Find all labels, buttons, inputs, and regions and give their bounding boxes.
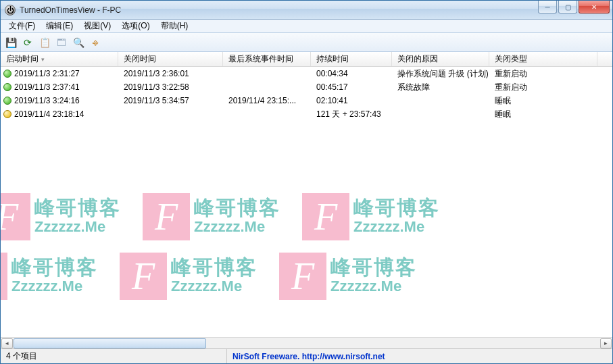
rows-area[interactable]: 2019/11/3 2:31:272019/11/3 2:36:0100:04:… xyxy=(1,67,612,337)
cell-shutdown-time: 2019/11/3 5:34:57 xyxy=(118,96,223,105)
cell-type: 重新启动 xyxy=(489,68,597,80)
titlebar[interactable]: ⏻ TurnedOnTimesView - F-PC ─ ▢ ✕ xyxy=(1,1,612,20)
cell-start-time: 2019/11/4 23:18:14 xyxy=(14,109,84,119)
status-bullet-icon xyxy=(3,110,11,118)
statusbar: 4 个项目 NirSoft Freeware. http://www.nirso… xyxy=(1,348,612,363)
refresh-icon[interactable]: ⟳ xyxy=(20,35,35,50)
cell-shutdown-time: 2019/11/3 2:36:01 xyxy=(118,69,223,78)
menu-help[interactable]: 帮助(H) xyxy=(155,19,194,33)
status-bullet-icon xyxy=(3,97,11,105)
save-icon[interactable]: 💾 xyxy=(3,35,18,50)
cell-start-time: 2019/11/3 2:31:27 xyxy=(14,69,80,78)
scroll-left-icon[interactable]: ◂ xyxy=(1,338,13,348)
table-row[interactable]: 2019/11/3 2:31:272019/11/3 2:36:0100:04:… xyxy=(1,67,612,80)
header-last-event-time[interactable]: 最后系统事件时间 xyxy=(223,52,311,66)
cell-type: 睡眠 xyxy=(489,95,597,107)
close-button[interactable]: ✕ xyxy=(579,1,610,14)
status-link[interactable]: NirSoft Freeware. http://www.nirsoft.net xyxy=(227,349,612,363)
properties-icon[interactable]: 🗔 xyxy=(54,35,69,50)
menu-options[interactable]: 选项(O) xyxy=(116,19,155,33)
status-item-count: 4 个项目 xyxy=(1,349,227,363)
header-shutdown-reason[interactable]: 关闭的原因 xyxy=(392,52,489,66)
cell-last-event: 2019/11/4 23:15:... xyxy=(223,96,311,105)
header-start-time[interactable]: 启动时间▾ xyxy=(1,52,118,66)
cell-shutdown-time: 2019/11/3 3:22:58 xyxy=(118,82,223,92)
maximize-button[interactable]: ▢ xyxy=(558,1,577,14)
cell-duration: 02:10:41 xyxy=(311,96,392,105)
menubar: 文件(F) 编辑(E) 视图(V) 选项(O) 帮助(H) xyxy=(1,20,612,33)
header-shutdown-type[interactable]: 关闭类型 xyxy=(489,52,597,66)
copy-icon[interactable]: 📋 xyxy=(37,35,52,50)
table-row[interactable]: 2019/11/3 3:24:162019/11/3 5:34:572019/1… xyxy=(1,94,612,107)
scroll-track[interactable] xyxy=(14,338,599,348)
cell-start-time: 2019/11/3 3:24:16 xyxy=(14,96,80,105)
menu-view[interactable]: 视图(V) xyxy=(78,19,116,33)
horizontal-scrollbar[interactable]: ◂ ▸ xyxy=(1,337,612,348)
cell-reason: 操作系统问题 升级 (计划) xyxy=(392,68,489,80)
window-controls: ─ ▢ ✕ xyxy=(537,1,612,14)
app-icon: ⏻ xyxy=(5,5,16,16)
minimize-button[interactable]: ─ xyxy=(538,1,557,14)
find-icon[interactable]: 🔍 xyxy=(71,35,86,50)
status-bullet-icon xyxy=(3,70,11,78)
menu-file[interactable]: 文件(F) xyxy=(3,19,41,33)
header-duration[interactable]: 持续时间 xyxy=(311,52,392,66)
cell-type: 睡眠 xyxy=(489,109,597,120)
watermark: F峰哥博客Zzzzzz.Me F峰哥博客Zzzzzz.Me F峰哥博客Zzzzz… xyxy=(1,187,612,322)
status-bullet-icon xyxy=(3,83,11,91)
toolbar: 💾 ⟳ 📋 🗔 🔍 ⎆ xyxy=(1,33,612,52)
options-icon[interactable]: ⎆ xyxy=(88,35,103,50)
cell-duration: 00:04:34 xyxy=(311,69,392,78)
cell-duration: 121 天 + 23:57:43 xyxy=(311,109,392,120)
cell-start-time: 2019/11/3 2:37:41 xyxy=(14,82,80,92)
cell-duration: 00:45:17 xyxy=(311,82,392,92)
column-headers: 启动时间▾ 关闭时间 最后系统事件时间 持续时间 关闭的原因 关闭类型 xyxy=(1,52,612,67)
cell-type: 重新启动 xyxy=(489,82,597,93)
scroll-thumb[interactable] xyxy=(14,338,206,348)
header-shutdown-time[interactable]: 关闭时间 xyxy=(118,52,223,66)
table-row[interactable]: 2019/11/4 23:18:14121 天 + 23:57:43睡眠 xyxy=(1,107,612,121)
app-window: ⏻ TurnedOnTimesView - F-PC ─ ▢ ✕ 文件(F) 编… xyxy=(0,0,613,364)
menu-edit[interactable]: 编辑(E) xyxy=(41,19,78,33)
sort-indicator-icon: ▾ xyxy=(41,56,45,63)
cell-reason: 系统故障 xyxy=(392,82,489,93)
list-area: 启动时间▾ 关闭时间 最后系统事件时间 持续时间 关闭的原因 关闭类型 2019… xyxy=(1,52,612,348)
scroll-right-icon[interactable]: ▸ xyxy=(600,338,612,348)
table-row[interactable]: 2019/11/3 2:37:412019/11/3 3:22:5800:45:… xyxy=(1,80,612,94)
window-title: TurnedOnTimesView - F-PC xyxy=(20,5,121,15)
